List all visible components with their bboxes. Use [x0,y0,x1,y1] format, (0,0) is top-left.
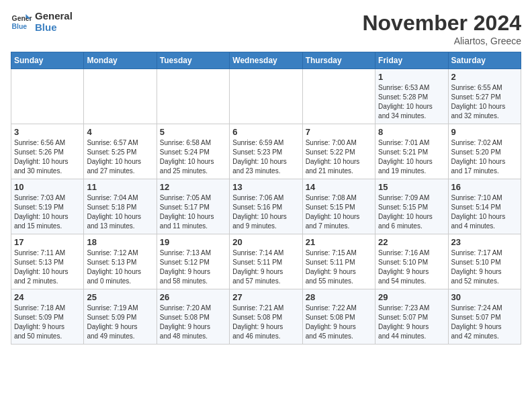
day-number: 5 [160,127,226,137]
day-info: Sunrise: 7:22 AM Sunset: 5:08 PM Dayligh… [306,304,372,341]
calendar-week-5: 24Sunrise: 7:18 AM Sunset: 5:09 PM Dayli… [11,289,521,345]
day-number: 24 [14,292,81,302]
calendar-cell: 3Sunrise: 6:56 AM Sunset: 5:26 PM Daylig… [11,124,84,179]
page-header: General Blue General Blue November 2024 … [11,11,521,46]
calendar-cell: 14Sunrise: 7:08 AM Sunset: 5:15 PM Dayli… [302,179,375,234]
day-number: 27 [232,292,299,302]
day-info: Sunrise: 7:08 AM Sunset: 5:15 PM Dayligh… [306,193,372,231]
day-info: Sunrise: 7:20 AM Sunset: 5:08 PM Dayligh… [160,304,226,341]
calendar-cell: 12Sunrise: 7:05 AM Sunset: 5:17 PM Dayli… [157,179,229,234]
day-info: Sunrise: 7:00 AM Sunset: 5:22 PM Dayligh… [306,138,372,176]
day-info: Sunrise: 7:19 AM Sunset: 5:09 PM Dayligh… [87,304,153,341]
header-day-saturday: Saturday [448,52,521,69]
day-info: Sunrise: 7:24 AM Sunset: 5:07 PM Dayligh… [451,304,518,341]
day-info: Sunrise: 7:18 AM Sunset: 5:09 PM Dayligh… [14,304,81,341]
day-number: 11 [87,182,153,192]
day-number: 14 [306,182,372,192]
day-number: 22 [378,237,445,247]
day-info: Sunrise: 7:23 AM Sunset: 5:07 PM Dayligh… [378,304,445,341]
day-info: Sunrise: 7:03 AM Sunset: 5:19 PM Dayligh… [14,193,81,231]
day-number: 9 [451,127,518,137]
day-info: Sunrise: 6:56 AM Sunset: 5:26 PM Dayligh… [14,138,81,176]
calendar-cell [157,69,229,124]
day-number: 10 [14,182,81,192]
calendar-cell: 10Sunrise: 7:03 AM Sunset: 5:19 PM Dayli… [11,179,84,234]
calendar-cell: 21Sunrise: 7:15 AM Sunset: 5:11 PM Dayli… [302,234,375,289]
day-number: 8 [378,127,445,137]
day-number: 21 [306,237,372,247]
day-number: 2 [451,72,518,82]
calendar-week-1: 1Sunrise: 6:53 AM Sunset: 5:28 PM Daylig… [11,69,521,124]
calendar-cell: 27Sunrise: 7:21 AM Sunset: 5:08 PM Dayli… [230,289,302,345]
day-number: 19 [160,237,226,247]
calendar-cell: 8Sunrise: 7:01 AM Sunset: 5:21 PM Daylig… [375,124,448,179]
calendar-cell: 29Sunrise: 7:23 AM Sunset: 5:07 PM Dayli… [375,289,448,345]
calendar-cell [302,69,375,124]
calendar-cell: 22Sunrise: 7:16 AM Sunset: 5:10 PM Dayli… [375,234,448,289]
day-number: 7 [306,127,372,137]
calendar-cell: 9Sunrise: 7:02 AM Sunset: 5:20 PM Daylig… [448,124,521,179]
day-number: 16 [451,182,518,192]
header-row: SundayMondayTuesdayWednesdayThursdayFrid… [11,52,521,69]
day-info: Sunrise: 6:58 AM Sunset: 5:24 PM Dayligh… [160,138,226,176]
day-info: Sunrise: 6:55 AM Sunset: 5:27 PM Dayligh… [451,83,518,121]
calendar-week-2: 3Sunrise: 6:56 AM Sunset: 5:26 PM Daylig… [11,124,521,179]
calendar-cell [84,69,157,124]
day-number: 3 [14,127,81,137]
title-area: November 2024 Aliartos, Greece [362,11,521,46]
day-number: 28 [306,292,372,302]
day-info: Sunrise: 7:16 AM Sunset: 5:10 PM Dayligh… [378,248,445,286]
calendar-cell: 5Sunrise: 6:58 AM Sunset: 5:24 PM Daylig… [157,124,229,179]
day-number: 20 [232,237,299,247]
calendar-cell: 18Sunrise: 7:12 AM Sunset: 5:13 PM Dayli… [84,234,157,289]
day-info: Sunrise: 7:06 AM Sunset: 5:16 PM Dayligh… [232,193,299,231]
calendar-cell: 25Sunrise: 7:19 AM Sunset: 5:09 PM Dayli… [84,289,157,345]
day-info: Sunrise: 7:04 AM Sunset: 5:18 PM Dayligh… [87,193,153,231]
day-info: Sunrise: 7:02 AM Sunset: 5:20 PM Dayligh… [451,138,518,176]
day-info: Sunrise: 7:12 AM Sunset: 5:13 PM Dayligh… [87,248,153,286]
calendar-cell: 4Sunrise: 6:57 AM Sunset: 5:25 PM Daylig… [84,124,157,179]
calendar-header: SundayMondayTuesdayWednesdayThursdayFrid… [11,52,521,69]
day-number: 17 [14,237,81,247]
calendar-week-4: 17Sunrise: 7:11 AM Sunset: 5:13 PM Dayli… [11,234,521,289]
calendar-cell: 26Sunrise: 7:20 AM Sunset: 5:08 PM Dayli… [157,289,229,345]
calendar-body: 1Sunrise: 6:53 AM Sunset: 5:28 PM Daylig… [11,69,521,345]
day-number: 25 [87,292,153,302]
calendar-cell: 20Sunrise: 7:14 AM Sunset: 5:11 PM Dayli… [230,234,302,289]
calendar-cell: 15Sunrise: 7:09 AM Sunset: 5:15 PM Dayli… [375,179,448,234]
calendar-cell: 1Sunrise: 6:53 AM Sunset: 5:28 PM Daylig… [375,69,448,124]
calendar-cell [230,69,302,124]
day-number: 18 [87,237,153,247]
day-number: 30 [451,292,518,302]
day-number: 6 [232,127,299,137]
header-day-tuesday: Tuesday [157,52,229,69]
calendar-cell: 11Sunrise: 7:04 AM Sunset: 5:18 PM Dayli… [84,179,157,234]
logo-icon: General Blue [11,11,32,33]
calendar-cell: 19Sunrise: 7:13 AM Sunset: 5:12 PM Dayli… [157,234,229,289]
day-number: 15 [378,182,445,192]
day-number: 12 [160,182,226,192]
day-number: 26 [160,292,226,302]
calendar-cell: 2Sunrise: 6:55 AM Sunset: 5:27 PM Daylig… [448,69,521,124]
day-number: 4 [87,127,153,137]
day-info: Sunrise: 7:10 AM Sunset: 5:14 PM Dayligh… [451,193,518,231]
day-number: 1 [378,72,445,82]
day-info: Sunrise: 7:09 AM Sunset: 5:15 PM Dayligh… [378,193,445,231]
day-info: Sunrise: 7:05 AM Sunset: 5:17 PM Dayligh… [160,193,226,231]
day-number: 23 [451,237,518,247]
svg-text:Blue: Blue [12,22,28,30]
calendar-cell: 17Sunrise: 7:11 AM Sunset: 5:13 PM Dayli… [11,234,84,289]
header-day-monday: Monday [84,52,157,69]
day-info: Sunrise: 7:17 AM Sunset: 5:10 PM Dayligh… [451,248,518,286]
day-info: Sunrise: 7:15 AM Sunset: 5:11 PM Dayligh… [306,248,372,286]
day-number: 29 [378,292,445,302]
calendar-cell: 24Sunrise: 7:18 AM Sunset: 5:09 PM Dayli… [11,289,84,345]
header-day-friday: Friday [375,52,448,69]
day-info: Sunrise: 6:57 AM Sunset: 5:25 PM Dayligh… [87,138,153,176]
day-number: 13 [232,182,299,192]
header-day-sunday: Sunday [11,52,84,69]
logo: General Blue General Blue [11,11,73,33]
calendar-week-3: 10Sunrise: 7:03 AM Sunset: 5:19 PM Dayli… [11,179,521,234]
day-info: Sunrise: 7:01 AM Sunset: 5:21 PM Dayligh… [378,138,445,176]
calendar-cell: 7Sunrise: 7:00 AM Sunset: 5:22 PM Daylig… [302,124,375,179]
